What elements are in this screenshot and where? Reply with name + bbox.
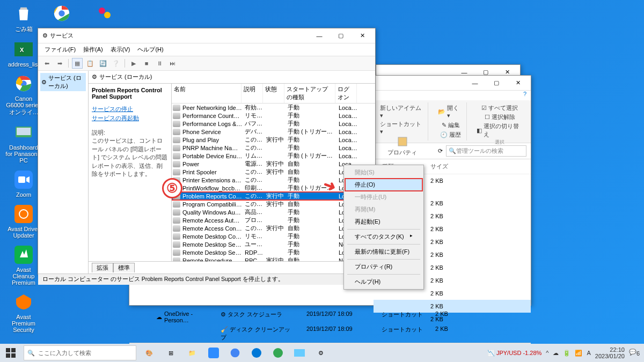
tray-clock[interactable]: 22:102023/01/20 <box>595 346 625 359</box>
tb-stop[interactable]: ■ <box>141 58 152 69</box>
expl-close[interactable]: ✕ <box>507 76 529 90</box>
tb-app1[interactable] <box>289 344 310 362</box>
ribbon-selall[interactable]: ☑ すべて選択 <box>481 104 518 113</box>
desktop-icon-recycle[interactable]: ごみ箱 <box>5 3 42 33</box>
tray-wifi-icon[interactable]: 📶 <box>575 350 582 357</box>
col-state[interactable]: 状態 <box>263 84 284 103</box>
service-row[interactable]: Performance Logs & Alertsパフォ…手動Local S… <box>172 120 375 128</box>
ctx-停止(O)[interactable]: 停止(O) <box>345 179 422 191</box>
expl-bottom-2[interactable]: 🧹 ディスク クリーンアップ <box>221 326 296 342</box>
ribbon-selnone[interactable]: ☐ 選択解除 <box>485 113 515 122</box>
desktop-icon-avast2[interactable]: Avast Cleanup Premium <box>5 244 42 286</box>
desktop-icon-app[interactable] <box>94 3 115 24</box>
tb-zoom[interactable] <box>203 344 224 362</box>
ribbon-selinv[interactable]: ◧ 選択の切り替え <box>477 122 523 139</box>
tb-copilot[interactable]: 🎨 <box>138 344 160 362</box>
svg-rect-8 <box>14 205 33 223</box>
desktop-icon-chrome2[interactable] <box>51 3 72 24</box>
ctx-すべてのタスク(K)[interactable]: すべてのタスク(K) <box>345 231 422 243</box>
onedrive-item[interactable]: ☁ OneDrive - Person… <box>156 311 210 323</box>
start-button[interactable] <box>0 344 21 362</box>
ribbon-new-item[interactable]: 新しいアイテム ▾ <box>380 104 425 120</box>
tb-help[interactable]: ❔ <box>111 58 121 69</box>
context-menu: 開始(S)停止(O)一時停止(U)再開(M)再起動(E)すべてのタスク(K)最新… <box>343 165 424 290</box>
tab-standard[interactable]: 標準 <box>113 263 135 272</box>
tb-services[interactable]: ⚙ <box>310 344 332 362</box>
tb-chrome[interactable] <box>224 344 246 362</box>
desktop-icon-avast3[interactable]: Avast Premium Security <box>5 291 42 333</box>
col-name[interactable]: 名前 <box>172 84 241 103</box>
tree-local[interactable]: ⚙ サービス (ローカル) <box>40 73 86 91</box>
ribbon-props[interactable]: プロパティ <box>387 136 417 157</box>
svc-close[interactable]: ✕ <box>352 29 373 43</box>
tb-back[interactable]: ⬅ <box>41 58 52 69</box>
link-stop-service[interactable]: サービスの停止 <box>92 105 168 113</box>
tab-extended[interactable]: 拡張 <box>92 263 113 272</box>
ctx-ヘルプ(H)[interactable]: ヘルプ(H) <box>345 276 422 288</box>
col-logon[interactable]: ログオン <box>335 84 357 103</box>
col-size[interactable]: サイズ <box>426 161 452 172</box>
expl-min[interactable]: — <box>464 76 486 90</box>
menu-action[interactable]: 操作(A) <box>80 45 106 55</box>
desktop-icons: ごみ箱 Xaddress_list Canon G6000 series オンラ… <box>5 3 42 333</box>
ctx-再起動(E)[interactable]: 再起動(E) <box>345 216 422 228</box>
services-tree: ⚙ サービス (ローカル) <box>38 71 89 274</box>
tray-chevron[interactable]: ^ <box>546 350 548 356</box>
desktop-icon-excel[interactable]: Xaddress_list <box>5 39 42 68</box>
col-desc[interactable]: 説明 <box>241 84 263 103</box>
tray-battery-icon[interactable]: 🔋 <box>563 350 570 357</box>
explorer-search[interactable]: 🔍 管理ツールの検索 <box>446 145 526 157</box>
link-restart-service[interactable]: サービスの再起動 <box>92 114 168 122</box>
tb-prop[interactable]: ▦ <box>72 58 83 69</box>
service-row[interactable]: Phone Serviceデバイ…手動 (トリガー開始)Local S… <box>172 128 375 136</box>
service-row[interactable]: PNRP Machine Name Public…このサ…手動Local S… <box>172 144 375 152</box>
ctx-再開(M): 再開(M) <box>345 203 422 216</box>
menu-help[interactable]: ヘルプ(H) <box>134 45 166 55</box>
tb-fwd[interactable]: ➡ <box>54 58 65 69</box>
tb-pause[interactable]: ⏸ <box>154 58 165 69</box>
tb-explorer[interactable]: 📁 <box>181 344 203 362</box>
tb-refresh[interactable]: 🔄 <box>98 58 108 69</box>
desktop-icon-avast1[interactable]: Avast Driver Updater <box>5 203 42 239</box>
expl-refresh-icon[interactable]: ⟳ <box>438 147 443 154</box>
taskbar-search[interactable]: 🔍 ここに入力して検索 <box>24 345 136 360</box>
menu-file[interactable]: ファイル(F) <box>41 45 79 55</box>
col-startup[interactable]: スタートアップの種類 <box>284 84 335 103</box>
ribbon-select-grp: ☑ すべて選択 ☐ 選択解除 ◧ 選択の切り替え 選択 <box>473 102 526 141</box>
ctx-プロパティ(R)[interactable]: プロパティ(R) <box>345 261 422 273</box>
tb-play[interactable]: ▶ <box>128 58 139 69</box>
tb-restart[interactable]: ⏭ <box>167 58 178 69</box>
svg-rect-7 <box>18 176 25 183</box>
menu-view[interactable]: 表示(V) <box>107 45 134 55</box>
svc-max[interactable]: ▢ <box>330 29 352 43</box>
service-row[interactable]: Plug and Playこのサ…実行中手動Local S… <box>172 136 375 144</box>
tray-notif[interactable]: 💬6 <box>629 349 640 357</box>
ribbon-open[interactable]: 📂 開く ▾ <box>438 104 463 120</box>
desktop-icon-chrome[interactable]: Canon G6000 series オンライ… <box>5 73 42 116</box>
tb-taskview[interactable]: ⊞ <box>160 344 181 362</box>
tb-chrome2[interactable] <box>267 344 289 362</box>
panel-left: Problem Reports Control Panel Support サー… <box>89 84 172 261</box>
svg-rect-15 <box>398 137 407 146</box>
tb-edge[interactable] <box>246 344 267 362</box>
desktop-icon-zoom[interactable]: Zoom <box>5 169 42 198</box>
service-row[interactable]: Performance Counter DLL H…リモー…手動Local S… <box>172 112 375 120</box>
svg-point-23 <box>273 348 283 358</box>
tray-jpy[interactable]: 📉 JPY/USD -1.28% <box>487 350 541 357</box>
tray-onedrive-icon[interactable]: ☁ <box>553 350 559 357</box>
svg-rect-18 <box>6 353 10 358</box>
ribbon-shortcut[interactable]: ショートカット ▾ <box>380 120 425 136</box>
svg-text:X: X <box>20 47 24 53</box>
svg-rect-24 <box>294 349 305 357</box>
ribbon-history[interactable]: 🕘 履歴 <box>440 130 461 139</box>
service-row[interactable]: Peer Networking Identity M…有効…手動Local S… <box>172 104 375 112</box>
desktop-icon-dashboard[interactable]: Dashboard for Panasonic PC <box>5 122 42 164</box>
ribbon-edit[interactable]: ✎ 編集 <box>442 121 460 130</box>
svc-min[interactable]: — <box>309 29 330 43</box>
tray-ime[interactable]: A <box>587 350 590 356</box>
ctx-最新の情報に更新(F)[interactable]: 最新の情報に更新(F) <box>345 246 422 258</box>
service-row[interactable]: Portable Device Enumerator …リムー…手動 (トリガー… <box>172 152 375 160</box>
expl-max[interactable]: ▢ <box>486 76 507 90</box>
expl-bottom-1[interactable]: ⚙ タスク スケジューラ <box>221 311 296 323</box>
tb-export[interactable]: 📋 <box>85 58 96 69</box>
